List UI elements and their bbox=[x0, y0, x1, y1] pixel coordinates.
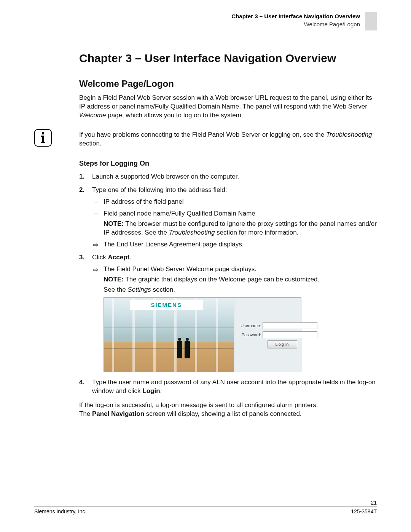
username-input[interactable] bbox=[263, 322, 317, 329]
username-label: Username: bbox=[238, 323, 261, 329]
step-3-see-post: section. bbox=[151, 286, 175, 293]
welcome-screenshot: SIEMENS Username: Password: bbox=[104, 297, 301, 372]
chapter-title: Chapter 3 – User Interface Navigation Ov… bbox=[79, 51, 377, 66]
step-3-see-pre: See the bbox=[104, 286, 127, 293]
section-title: Welcome Page/Logon bbox=[79, 78, 377, 90]
step-3-post: . bbox=[129, 254, 131, 261]
step-2-result-text: The End User License Agreement page disp… bbox=[104, 241, 244, 248]
running-header-text: Chapter 3 – User Interface Navigation Ov… bbox=[231, 12, 360, 28]
after-step-paragraph-1: If the log-on is successful, a log-on me… bbox=[79, 401, 377, 410]
step-3-sublist: The Field Panel Web Server Welcome page … bbox=[92, 265, 377, 372]
step-4-bold: Login bbox=[142, 387, 160, 395]
info-note-text: If you have problems connecting to the F… bbox=[79, 131, 377, 148]
steps-heading: Steps for Logging On bbox=[79, 159, 377, 168]
steps-list: Launch a supported Web browser on the co… bbox=[79, 173, 377, 396]
header-rule bbox=[34, 33, 377, 33]
step-3-note: NOTE: The graphic that displays on the W… bbox=[104, 275, 377, 284]
step-3-see-em: Settings bbox=[127, 286, 151, 293]
step-2b-note-body-post: section for more information. bbox=[215, 229, 298, 236]
footer-company: Siemens Industry, Inc. bbox=[34, 508, 86, 514]
intro-paragraph: Begin a Field Panel Web Server session w… bbox=[79, 94, 377, 120]
step-2b-note-label: NOTE: bbox=[104, 220, 124, 227]
svg-rect-3 bbox=[41, 142, 45, 143]
password-label: Password: bbox=[238, 332, 261, 338]
step-2-sublist: IP address of the field panel Field pane… bbox=[92, 198, 377, 249]
note-em: Troubleshooting bbox=[326, 131, 372, 138]
screenshot-body: SIEMENS Username: Password: bbox=[104, 298, 301, 372]
after-step-paragraph-2: The Panel Navigation screen will display… bbox=[79, 410, 377, 419]
step-3-result: The Field Panel Web Server Welcome page … bbox=[92, 265, 377, 372]
step-2a-text: IP address of the field panel bbox=[104, 198, 183, 205]
step-3-note-label: NOTE: bbox=[104, 276, 124, 283]
svg-rect-2 bbox=[41, 136, 43, 137]
after2-post: screen will display, showing a list of p… bbox=[144, 410, 302, 417]
login-button[interactable]: Login bbox=[268, 340, 297, 348]
step-4-post: . bbox=[160, 387, 162, 395]
password-row: Password: bbox=[238, 331, 297, 338]
step-2a: IP address of the field panel bbox=[92, 198, 377, 206]
intro-text-post: page, which allows you to log on to the … bbox=[106, 112, 243, 119]
screenshot-photo: SIEMENS bbox=[104, 298, 234, 372]
info-icon bbox=[34, 129, 52, 147]
step-3: Click Accept. The Field Panel Web Server… bbox=[79, 253, 377, 372]
footer-rule bbox=[34, 506, 377, 507]
login-panel: Username: Password: Login bbox=[234, 298, 301, 372]
step-1-text: Launch a supported Web browser on the co… bbox=[92, 173, 239, 180]
page-number: 21 bbox=[34, 500, 377, 506]
intro-welcome-em: Welcome bbox=[79, 112, 106, 119]
intro-text-pre: Begin a Field Panel Web Server session w… bbox=[79, 94, 372, 110]
step-2-text: Type one of the following into the addre… bbox=[92, 186, 227, 193]
step-2: Type one of the following into the addre… bbox=[79, 186, 377, 249]
content-area: Chapter 3 – User Interface Navigation Ov… bbox=[79, 51, 377, 419]
step-4-pre: Type the user name and password of any A… bbox=[92, 379, 376, 395]
step-3-bold: Accept bbox=[108, 254, 130, 261]
svg-point-0 bbox=[42, 132, 44, 134]
footer-doc-id: 125-3584T bbox=[351, 508, 377, 514]
password-input[interactable] bbox=[263, 331, 317, 338]
note-pre: If you have problems connecting to the F… bbox=[79, 131, 326, 138]
step-4: Type the user name and password of any A… bbox=[79, 378, 377, 396]
page-footer: 21 Siemens Industry, Inc. 125-3584T bbox=[34, 500, 377, 514]
step-3-see: See the Settings section. bbox=[104, 286, 377, 294]
step-2b-note: NOTE: The browser must be configured to … bbox=[104, 220, 377, 237]
note-post: section. bbox=[79, 140, 102, 147]
username-row: Username: bbox=[238, 322, 297, 329]
step-3-note-body: The graphic that displays on the Welcome… bbox=[124, 276, 319, 283]
document-page: Chapter 3 – User Interface Navigation Ov… bbox=[0, 0, 411, 532]
step-2b-text: Field panel node name/Fully Qualified Do… bbox=[104, 210, 255, 217]
running-header: Chapter 3 – User Interface Navigation Ov… bbox=[34, 12, 377, 33]
running-header-chapter: Chapter 3 – User Interface Navigation Ov… bbox=[231, 12, 360, 20]
step-2-result: The End User License Agreement page disp… bbox=[92, 240, 377, 249]
running-header-section: Welcome Page/Logon bbox=[231, 20, 360, 28]
step-3-pre: Click bbox=[92, 254, 108, 261]
siemens-logo: SIEMENS bbox=[130, 300, 203, 310]
after2-bold: Panel Navigation bbox=[92, 410, 144, 417]
info-note: If you have problems connecting to the F… bbox=[79, 131, 377, 148]
step-2b: Field panel node name/Fully Qualified Do… bbox=[92, 209, 377, 237]
step-2b-note-em: Troubleshooting bbox=[169, 229, 215, 236]
after2-pre: The bbox=[79, 410, 92, 417]
step-3-result-text: The Field Panel Web Server Welcome page … bbox=[104, 265, 256, 273]
header-marker-block bbox=[365, 12, 377, 30]
step-1: Launch a supported Web browser on the co… bbox=[79, 173, 377, 181]
